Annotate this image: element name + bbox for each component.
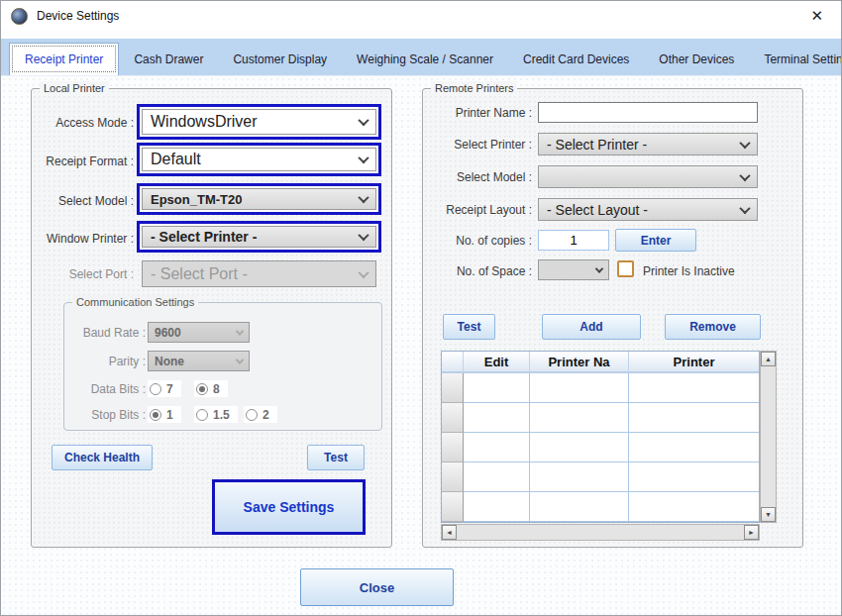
tab-weighing-scale-scanner[interactable]: Weighing Scale / Scanner xyxy=(342,43,508,75)
copies-label: No. of copies : xyxy=(428,234,532,248)
baud-rate-select: 9600 xyxy=(148,322,250,343)
table-vertical-scrollbar[interactable] xyxy=(760,351,777,523)
scroll-right-icon[interactable] xyxy=(744,525,759,540)
remote-select-printer-wrap: - Select Printer - xyxy=(538,133,758,155)
space-select[interactable] xyxy=(538,259,609,280)
receipt-layout-value: - Select Layout - xyxy=(547,202,648,218)
table-row[interactable] xyxy=(442,492,759,522)
remote-test-button[interactable]: Test xyxy=(443,314,495,340)
receipt-format-highlight: Default xyxy=(137,143,381,176)
tab-terminal-settings[interactable]: Terminal Settings xyxy=(749,43,842,75)
printer-name-label: Printer Name : xyxy=(428,106,532,120)
remote-printers-table: Edit Printer Na Printer xyxy=(441,351,760,523)
chevron-down-icon xyxy=(358,230,368,241)
table-header-edit[interactable]: Edit xyxy=(464,352,530,373)
scroll-up-icon[interactable] xyxy=(761,352,776,366)
select-model-highlight: Epson_TM-T20 xyxy=(137,183,381,215)
receipt-layout-select[interactable]: - Select Layout - xyxy=(538,198,758,221)
printer-name-input[interactable] xyxy=(538,102,758,123)
table-row[interactable] xyxy=(442,462,759,492)
select-port-wrap: - Select Port - xyxy=(142,260,376,287)
printer-inactive-checkbox[interactable] xyxy=(617,260,634,277)
table-row[interactable] xyxy=(442,373,759,403)
remote-select-model-select[interactable] xyxy=(538,165,758,188)
chevron-down-icon xyxy=(358,266,368,277)
chevron-down-icon xyxy=(236,327,244,335)
receipt-format-label: Receipt Format : xyxy=(37,154,134,168)
receipt-format-select[interactable]: Default xyxy=(142,148,376,171)
parity-value: None xyxy=(155,355,184,368)
copies-input[interactable] xyxy=(538,230,609,251)
tab-credit-card-devices[interactable]: Credit Card Devices xyxy=(508,43,644,75)
row-header-cell[interactable] xyxy=(442,403,464,433)
access-mode-highlight: WindowsDriver xyxy=(137,104,381,140)
communication-settings-group: Communication Settings Baud Rate : 9600 … xyxy=(63,302,382,431)
table-row[interactable] xyxy=(442,403,759,433)
chevron-down-icon xyxy=(358,115,368,126)
stop-bits-1-5-radio: 1.5 xyxy=(194,406,238,423)
check-health-button[interactable]: Check Health xyxy=(52,445,153,470)
titlebar: Device Settings ✕ xyxy=(1,1,841,31)
remote-select-printer-select[interactable]: - Select Printer - xyxy=(538,133,758,155)
select-port-label: Select Port : xyxy=(37,267,134,281)
tab-customer-display[interactable]: Customer Display xyxy=(218,43,342,75)
receipt-format-value: Default xyxy=(151,151,201,168)
baud-rate-label: Baud Rate : xyxy=(66,326,146,340)
window-title: Device Settings xyxy=(37,9,119,23)
local-printer-legend: Local Printer xyxy=(40,81,109,95)
window-printer-highlight: - Select Printer - xyxy=(137,221,381,253)
table-row[interactable] xyxy=(442,433,759,462)
radio-icon xyxy=(150,383,161,395)
window-printer-label: Window Printer : xyxy=(37,232,134,246)
table-header-printer-name[interactable]: Printer Na xyxy=(530,352,629,373)
radio-icon xyxy=(196,409,208,421)
select-model-value: Epson_TM-T20 xyxy=(151,192,242,207)
close-button[interactable]: Close xyxy=(300,568,454,606)
local-printer-group: Local Printer Access Mode : WindowsDrive… xyxy=(31,88,392,548)
stop-bits-label: Stop Bits : xyxy=(66,408,146,422)
access-mode-value: WindowsDriver xyxy=(151,113,258,131)
row-header-cell[interactable] xyxy=(442,373,464,403)
tab-strip: Receipt Printer Cash Drawer Customer Dis… xyxy=(1,39,841,76)
tab-other-devices[interactable]: Other Devices xyxy=(644,43,749,75)
row-header-cell[interactable] xyxy=(442,492,464,522)
stop-bits-1-5-label: 1.5 xyxy=(213,408,230,422)
remote-select-model-label: Select Model : xyxy=(428,170,532,184)
baud-rate-wrap: 9600 xyxy=(148,322,250,343)
tab-page-receipt-printer: Local Printer Access Mode : WindowsDrive… xyxy=(1,76,841,615)
parity-label: Parity : xyxy=(66,355,146,368)
save-settings-button[interactable]: Save Settings xyxy=(212,479,366,535)
tab-cash-drawer[interactable]: Cash Drawer xyxy=(119,43,218,75)
chevron-down-icon xyxy=(595,264,603,272)
stop-bits-2-label: 2 xyxy=(263,408,269,422)
row-header-cell[interactable] xyxy=(442,462,464,492)
remove-button[interactable]: Remove xyxy=(665,314,761,340)
radio-checked-icon xyxy=(196,383,208,395)
select-port-value: - Select Port - xyxy=(151,265,248,283)
app-icon xyxy=(11,8,28,25)
select-model-label: Select Model : xyxy=(37,194,134,208)
local-test-button[interactable]: Test xyxy=(307,445,365,470)
stop-bits-1-label: 1 xyxy=(166,408,173,422)
stop-bits-2-radio: 2 xyxy=(244,406,277,423)
table-horizontal-scrollbar[interactable] xyxy=(441,524,760,541)
access-mode-select[interactable]: WindowsDriver xyxy=(142,109,376,135)
row-header-cell[interactable] xyxy=(442,433,464,462)
access-mode-label: Access Mode : xyxy=(37,116,134,130)
table-header-stub xyxy=(442,352,464,373)
chevron-down-icon xyxy=(236,356,244,363)
enter-button[interactable]: Enter xyxy=(615,229,696,252)
window-printer-value: - Select Printer - xyxy=(151,229,257,245)
window-close-icon[interactable]: ✕ xyxy=(802,5,831,27)
scroll-left-icon[interactable] xyxy=(442,525,457,540)
chevron-down-icon xyxy=(739,137,750,148)
table-header-printer[interactable]: Printer xyxy=(629,352,759,373)
radio-checked-icon xyxy=(150,409,161,421)
window-printer-select[interactable]: - Select Printer - xyxy=(142,226,376,248)
chevron-down-icon xyxy=(358,192,368,203)
select-model-select[interactable]: Epson_TM-T20 xyxy=(142,188,376,210)
scroll-down-icon[interactable] xyxy=(761,507,776,522)
add-button[interactable]: Add xyxy=(542,314,641,340)
receipt-layout-label: Receipt Layout : xyxy=(428,203,532,217)
tab-receipt-printer[interactable]: Receipt Printer xyxy=(9,43,119,75)
